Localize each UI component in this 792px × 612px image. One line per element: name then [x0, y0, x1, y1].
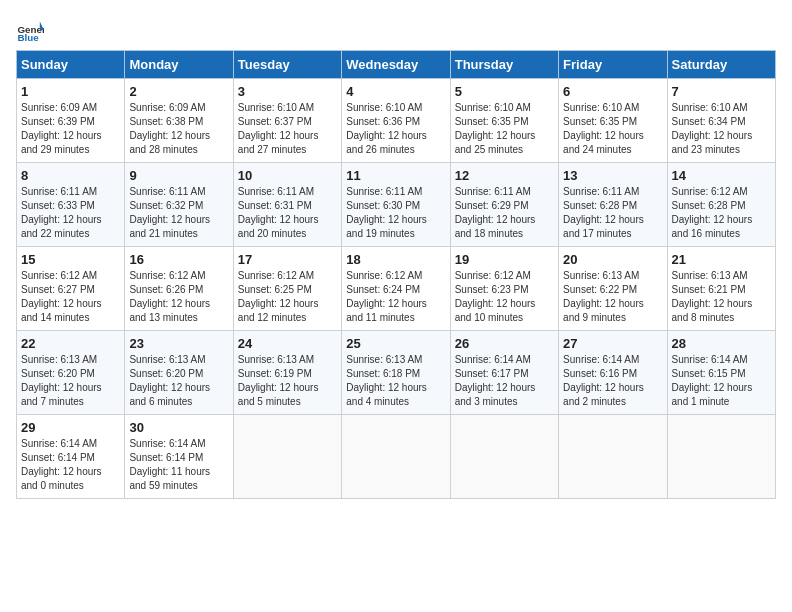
day-number: 5 — [455, 84, 554, 99]
calendar-cell: 27Sunrise: 6:14 AMSunset: 6:16 PMDayligh… — [559, 331, 667, 415]
calendar-cell: 28Sunrise: 6:14 AMSunset: 6:15 PMDayligh… — [667, 331, 775, 415]
day-number: 13 — [563, 168, 662, 183]
day-info: Sunrise: 6:13 AMSunset: 6:20 PMDaylight:… — [129, 354, 210, 407]
day-info: Sunrise: 6:14 AMSunset: 6:14 PMDaylight:… — [129, 438, 210, 491]
calendar-week-row: 22Sunrise: 6:13 AMSunset: 6:20 PMDayligh… — [17, 331, 776, 415]
day-number: 7 — [672, 84, 771, 99]
day-number: 4 — [346, 84, 445, 99]
day-info: Sunrise: 6:10 AMSunset: 6:35 PMDaylight:… — [563, 102, 644, 155]
day-number: 1 — [21, 84, 120, 99]
day-info: Sunrise: 6:13 AMSunset: 6:21 PMDaylight:… — [672, 270, 753, 323]
day-number: 11 — [346, 168, 445, 183]
day-number: 6 — [563, 84, 662, 99]
day-number: 23 — [129, 336, 228, 351]
calendar-header-sunday: Sunday — [17, 51, 125, 79]
calendar-header-row: SundayMondayTuesdayWednesdayThursdayFrid… — [17, 51, 776, 79]
day-info: Sunrise: 6:11 AMSunset: 6:30 PMDaylight:… — [346, 186, 427, 239]
day-number: 25 — [346, 336, 445, 351]
day-info: Sunrise: 6:12 AMSunset: 6:25 PMDaylight:… — [238, 270, 319, 323]
calendar-cell: 11Sunrise: 6:11 AMSunset: 6:30 PMDayligh… — [342, 163, 450, 247]
calendar-week-row: 1Sunrise: 6:09 AMSunset: 6:39 PMDaylight… — [17, 79, 776, 163]
calendar-week-row: 8Sunrise: 6:11 AMSunset: 6:33 PMDaylight… — [17, 163, 776, 247]
day-number: 27 — [563, 336, 662, 351]
day-info: Sunrise: 6:10 AMSunset: 6:34 PMDaylight:… — [672, 102, 753, 155]
calendar-body: 1Sunrise: 6:09 AMSunset: 6:39 PMDaylight… — [17, 79, 776, 499]
day-number: 12 — [455, 168, 554, 183]
calendar-cell: 18Sunrise: 6:12 AMSunset: 6:24 PMDayligh… — [342, 247, 450, 331]
page-header: General Blue — [16, 16, 776, 44]
day-number: 28 — [672, 336, 771, 351]
calendar-header-thursday: Thursday — [450, 51, 558, 79]
day-info: Sunrise: 6:13 AMSunset: 6:18 PMDaylight:… — [346, 354, 427, 407]
day-info: Sunrise: 6:09 AMSunset: 6:38 PMDaylight:… — [129, 102, 210, 155]
calendar-cell: 14Sunrise: 6:12 AMSunset: 6:28 PMDayligh… — [667, 163, 775, 247]
day-info: Sunrise: 6:13 AMSunset: 6:20 PMDaylight:… — [21, 354, 102, 407]
calendar-cell: 24Sunrise: 6:13 AMSunset: 6:19 PMDayligh… — [233, 331, 341, 415]
day-number: 24 — [238, 336, 337, 351]
day-info: Sunrise: 6:09 AMSunset: 6:39 PMDaylight:… — [21, 102, 102, 155]
calendar-cell: 3Sunrise: 6:10 AMSunset: 6:37 PMDaylight… — [233, 79, 341, 163]
day-info: Sunrise: 6:11 AMSunset: 6:28 PMDaylight:… — [563, 186, 644, 239]
day-number: 21 — [672, 252, 771, 267]
calendar-cell: 13Sunrise: 6:11 AMSunset: 6:28 PMDayligh… — [559, 163, 667, 247]
calendar-cell: 9Sunrise: 6:11 AMSunset: 6:32 PMDaylight… — [125, 163, 233, 247]
day-number: 2 — [129, 84, 228, 99]
calendar-cell: 26Sunrise: 6:14 AMSunset: 6:17 PMDayligh… — [450, 331, 558, 415]
calendar-cell: 20Sunrise: 6:13 AMSunset: 6:22 PMDayligh… — [559, 247, 667, 331]
day-number: 20 — [563, 252, 662, 267]
calendar-cell — [450, 415, 558, 499]
day-info: Sunrise: 6:12 AMSunset: 6:27 PMDaylight:… — [21, 270, 102, 323]
day-number: 16 — [129, 252, 228, 267]
calendar-cell: 16Sunrise: 6:12 AMSunset: 6:26 PMDayligh… — [125, 247, 233, 331]
calendar-cell: 29Sunrise: 6:14 AMSunset: 6:14 PMDayligh… — [17, 415, 125, 499]
day-info: Sunrise: 6:11 AMSunset: 6:29 PMDaylight:… — [455, 186, 536, 239]
day-number: 22 — [21, 336, 120, 351]
day-info: Sunrise: 6:14 AMSunset: 6:15 PMDaylight:… — [672, 354, 753, 407]
calendar-header-saturday: Saturday — [667, 51, 775, 79]
calendar-header-tuesday: Tuesday — [233, 51, 341, 79]
calendar-cell — [667, 415, 775, 499]
day-number: 10 — [238, 168, 337, 183]
calendar-cell — [233, 415, 341, 499]
day-info: Sunrise: 6:12 AMSunset: 6:28 PMDaylight:… — [672, 186, 753, 239]
calendar-cell: 1Sunrise: 6:09 AMSunset: 6:39 PMDaylight… — [17, 79, 125, 163]
calendar-cell: 17Sunrise: 6:12 AMSunset: 6:25 PMDayligh… — [233, 247, 341, 331]
day-number: 17 — [238, 252, 337, 267]
day-info: Sunrise: 6:12 AMSunset: 6:24 PMDaylight:… — [346, 270, 427, 323]
day-number: 15 — [21, 252, 120, 267]
calendar-cell: 21Sunrise: 6:13 AMSunset: 6:21 PMDayligh… — [667, 247, 775, 331]
calendar-cell: 22Sunrise: 6:13 AMSunset: 6:20 PMDayligh… — [17, 331, 125, 415]
calendar-cell: 23Sunrise: 6:13 AMSunset: 6:20 PMDayligh… — [125, 331, 233, 415]
day-info: Sunrise: 6:11 AMSunset: 6:33 PMDaylight:… — [21, 186, 102, 239]
day-info: Sunrise: 6:13 AMSunset: 6:19 PMDaylight:… — [238, 354, 319, 407]
calendar-header-wednesday: Wednesday — [342, 51, 450, 79]
day-info: Sunrise: 6:10 AMSunset: 6:36 PMDaylight:… — [346, 102, 427, 155]
calendar-table: SundayMondayTuesdayWednesdayThursdayFrid… — [16, 50, 776, 499]
calendar-cell: 10Sunrise: 6:11 AMSunset: 6:31 PMDayligh… — [233, 163, 341, 247]
day-info: Sunrise: 6:12 AMSunset: 6:26 PMDaylight:… — [129, 270, 210, 323]
calendar-cell: 8Sunrise: 6:11 AMSunset: 6:33 PMDaylight… — [17, 163, 125, 247]
day-number: 14 — [672, 168, 771, 183]
logo: General Blue — [16, 16, 48, 44]
calendar-header-monday: Monday — [125, 51, 233, 79]
day-number: 18 — [346, 252, 445, 267]
day-info: Sunrise: 6:14 AMSunset: 6:17 PMDaylight:… — [455, 354, 536, 407]
day-number: 9 — [129, 168, 228, 183]
calendar-cell: 30Sunrise: 6:14 AMSunset: 6:14 PMDayligh… — [125, 415, 233, 499]
calendar-header-friday: Friday — [559, 51, 667, 79]
calendar-cell: 19Sunrise: 6:12 AMSunset: 6:23 PMDayligh… — [450, 247, 558, 331]
day-number: 19 — [455, 252, 554, 267]
day-number: 26 — [455, 336, 554, 351]
day-number: 29 — [21, 420, 120, 435]
calendar-cell: 15Sunrise: 6:12 AMSunset: 6:27 PMDayligh… — [17, 247, 125, 331]
calendar-cell: 7Sunrise: 6:10 AMSunset: 6:34 PMDaylight… — [667, 79, 775, 163]
calendar-cell: 4Sunrise: 6:10 AMSunset: 6:36 PMDaylight… — [342, 79, 450, 163]
logo-icon: General Blue — [16, 16, 44, 44]
day-info: Sunrise: 6:11 AMSunset: 6:32 PMDaylight:… — [129, 186, 210, 239]
day-info: Sunrise: 6:14 AMSunset: 6:14 PMDaylight:… — [21, 438, 102, 491]
day-info: Sunrise: 6:14 AMSunset: 6:16 PMDaylight:… — [563, 354, 644, 407]
day-number: 30 — [129, 420, 228, 435]
calendar-week-row: 15Sunrise: 6:12 AMSunset: 6:27 PMDayligh… — [17, 247, 776, 331]
day-info: Sunrise: 6:10 AMSunset: 6:37 PMDaylight:… — [238, 102, 319, 155]
calendar-cell — [559, 415, 667, 499]
